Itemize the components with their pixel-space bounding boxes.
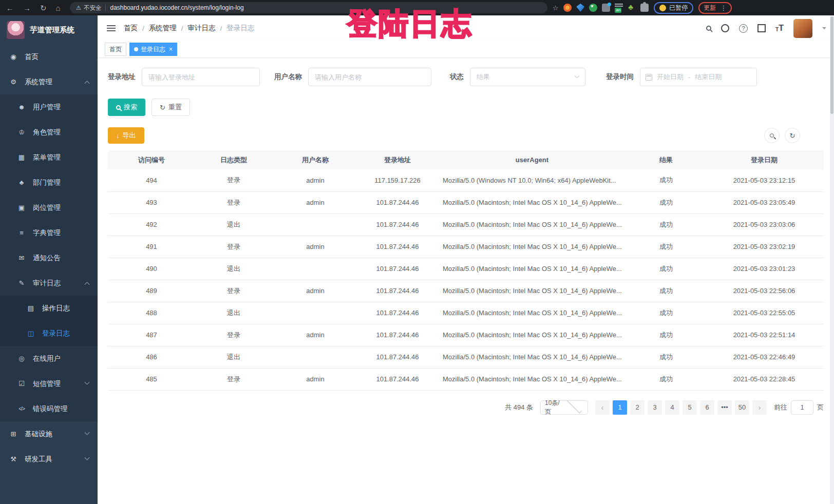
grid-ext-icon[interactable]: [602, 4, 610, 12]
infra-icon: ⊞: [9, 430, 18, 438]
search-icon[interactable]: [706, 26, 711, 31]
scrollbar-thumb[interactable]: [830, 16, 833, 114]
reset-button[interactable]: ↻ 重置: [151, 99, 190, 116]
next-page-button[interactable]: ›: [752, 400, 767, 415]
page-size-select[interactable]: 10条/页: [540, 400, 588, 415]
sidebar-item-label: 菜单管理: [33, 153, 61, 162]
security-label[interactable]: ⚠ 不安全: [76, 4, 102, 12]
page-button-6[interactable]: 6: [700, 400, 714, 415]
avatar[interactable]: [793, 19, 812, 38]
forward-icon[interactable]: →: [21, 4, 33, 12]
goto-suffix: 页: [817, 403, 824, 412]
table-cell: [272, 258, 358, 280]
page-button-5[interactable]: 5: [683, 400, 697, 415]
table-cell: Mozilla/5.0 (Macintosh; Intel Mac OS X 1…: [437, 368, 628, 390]
puzzle-ext-icon[interactable]: [640, 4, 649, 12]
tags-view: 首页登录日志×: [98, 41, 834, 58]
font-size-icon[interactable]: TT: [775, 24, 784, 32]
chevron-down-icon[interactable]: [822, 27, 826, 31]
breadcrumb-separator: /: [142, 25, 144, 32]
an-ext-icon[interactable]: [615, 4, 623, 12]
page-scrollbar[interactable]: [830, 15, 834, 504]
table-cell: 退出: [195, 258, 272, 280]
sidebar-item-infrastructure[interactable]: ⊞基础设施: [0, 421, 98, 447]
username-input[interactable]: [308, 68, 431, 86]
start-date[interactable]: 开始日期: [657, 72, 684, 82]
table-cell: Mozilla/5.0 (Macintosh; Intel Mac OS X 1…: [437, 258, 628, 280]
table-body: 494登录admin117.159.17.226Mozilla/5.0 (Win…: [108, 169, 824, 390]
close-icon[interactable]: ×: [169, 46, 173, 53]
sidebar-item-post-management[interactable]: ▣岗位管理: [0, 195, 98, 220]
sidebar-item-role-management[interactable]: ♔角色管理: [0, 120, 98, 145]
sidebar-item-label: 短信管理: [33, 379, 61, 389]
fullscreen-icon[interactable]: [757, 24, 766, 32]
table-cell: [272, 214, 358, 236]
breadcrumb-item[interactable]: 系统管理: [149, 24, 177, 33]
refresh-button[interactable]: ↻: [785, 128, 800, 143]
page-button-1[interactable]: 1: [613, 400, 627, 415]
heart-ext-icon[interactable]: [589, 4, 597, 12]
column-header: 用户名称: [272, 150, 358, 169]
gem-icon[interactable]: [576, 4, 584, 12]
plant-ext-icon[interactable]: [628, 4, 636, 12]
table-cell: 2021-05-03 23:12:15: [705, 169, 824, 191]
back-icon[interactable]: ←: [4, 4, 16, 12]
sidebar-item-dept-management[interactable]: ♣部门管理: [0, 170, 98, 195]
sidebar-item-dev-tools[interactable]: ⚒研发工具: [0, 447, 98, 472]
table-row: 492退出101.87.244.46Mozilla/5.0 (Macintosh…: [108, 214, 824, 236]
sidebar-item-home[interactable]: ◉首页: [0, 44, 98, 69]
toggle-search-button[interactable]: [764, 128, 780, 143]
url-bar[interactable]: ⚠ 不安全 dashboard.yudao.iocoder.cn/system/…: [70, 2, 547, 13]
sidebar-item-login-log[interactable]: ◫登录日志: [0, 321, 98, 346]
sidebar-item-system-management[interactable]: ⚙系统管理: [0, 69, 98, 94]
sidebar-item-online-users[interactable]: ◎在线用户: [0, 346, 98, 371]
more-pages-button[interactable]: •••: [717, 400, 732, 415]
date-range-picker[interactable]: 开始日期 - 结束日期: [640, 68, 757, 86]
prev-page-button[interactable]: ‹: [595, 400, 610, 415]
update-button[interactable]: 更新 ⋮: [698, 2, 732, 14]
breadcrumb-item[interactable]: 首页: [124, 24, 138, 33]
table-cell: 成功: [628, 214, 705, 236]
sidebar-item-dict-management[interactable]: ≡字典管理: [0, 220, 98, 245]
sidebar-item-audit-log[interactable]: ✎审计日志: [0, 270, 98, 296]
page-button-3[interactable]: 3: [648, 400, 662, 415]
table-row: 487登录admin101.87.244.46Mozilla/5.0 (Maci…: [108, 324, 824, 346]
search-button[interactable]: 搜索: [108, 99, 145, 116]
breadcrumb-item: 登录日志: [226, 24, 254, 33]
end-date[interactable]: 结束日期: [695, 72, 722, 82]
sidebar-item-label: 登录日志: [42, 329, 70, 338]
hamburger-icon[interactable]: [105, 23, 117, 33]
dict-icon: ≡: [17, 229, 26, 237]
sidebar-item-user-management[interactable]: ☻用户管理: [0, 94, 98, 120]
reload-icon[interactable]: ↻: [38, 4, 49, 12]
status-select[interactable]: 结果: [470, 68, 585, 86]
sidebar-item-sms-management[interactable]: ☑短信管理: [0, 371, 98, 396]
breadcrumb-item[interactable]: 审计日志: [188, 24, 216, 33]
more-vertical-icon[interactable]: ⋮: [720, 4, 727, 12]
export-button[interactable]: ↓ 导出: [108, 127, 144, 144]
page-button-4[interactable]: 4: [665, 400, 679, 415]
goto-page-input[interactable]: [791, 400, 813, 415]
tag-登录日志[interactable]: 登录日志×: [129, 43, 177, 56]
sidebar-item-menu-management[interactable]: ▦菜单管理: [0, 145, 98, 170]
star-icon[interactable]: ☆: [553, 4, 559, 12]
tag-首页[interactable]: 首页: [105, 43, 126, 56]
page-button-50[interactable]: 50: [735, 400, 749, 415]
address-input[interactable]: [142, 68, 260, 86]
sidebar-logo[interactable]: 芋道管理系统: [0, 15, 98, 44]
paused-badge[interactable]: 已暂停: [654, 2, 693, 14]
table-row: 489登录admin101.87.244.46Mozilla/5.0 (Maci…: [108, 280, 824, 302]
github-icon[interactable]: [721, 24, 729, 32]
table-row: 494登录admin117.159.17.226Mozilla/5.0 (Win…: [108, 169, 824, 191]
table-cell: 登录: [195, 191, 272, 214]
sidebar-item-operate-log[interactable]: ▤操作日志: [0, 296, 98, 321]
sidebar-item-error-code-management[interactable]: </>错误码管理: [0, 396, 98, 421]
column-header: 访问编号: [108, 150, 195, 169]
table-cell: 退出: [195, 214, 272, 236]
sidebar-item-notice[interactable]: ✉通知公告: [0, 245, 98, 270]
page-button-2[interactable]: 2: [630, 400, 645, 415]
home-icon[interactable]: ⌂: [54, 4, 63, 12]
help-icon[interactable]: [739, 24, 748, 33]
url-text[interactable]: dashboard.yudao.iocoder.cn/system/log/lo…: [110, 4, 243, 11]
firefox-icon[interactable]: [563, 4, 572, 12]
